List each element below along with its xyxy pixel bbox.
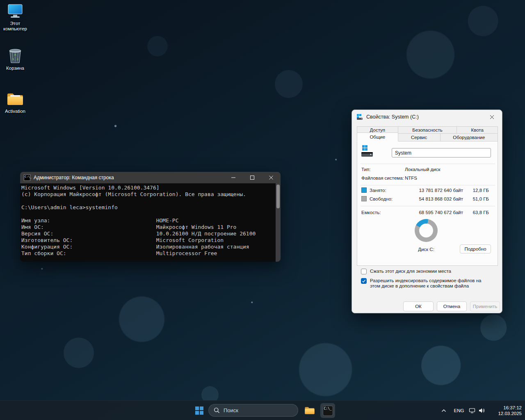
desktop-icon-label: Этот компьютер — [0, 21, 32, 32]
this-pc-icon — [7, 4, 23, 19]
tray-time: 16:37:12 — [503, 405, 522, 411]
filesystem-label: Файловая система: — [361, 176, 404, 180]
cmd-console[interactable]: Microsoft Windows [Version 10.0.26100.34… — [20, 183, 281, 262]
cmd-app-icon: C:\_ — [24, 174, 30, 181]
taskbar-terminal[interactable]: C:\_ — [320, 403, 335, 418]
cmd-output-line: Microsoft Windows [Version 10.0.26100.34… — [21, 185, 274, 191]
cmd-titlebar[interactable]: C:\_ Администратор: Командная строка — [20, 172, 281, 183]
disk-c-label: Диск C: — [410, 247, 443, 252]
minimize-icon — [231, 175, 236, 180]
free-bytes: 54 813 868 032 байт — [410, 196, 463, 201]
separator — [361, 164, 495, 164]
cmd-output-line — [21, 211, 274, 217]
tray-date: 12.03.2025 — [498, 411, 522, 416]
cmd-window: C:\_ Администратор: Командная строка Mic… — [20, 172, 281, 262]
capacity-gb: 63,8 ГБ — [467, 210, 489, 215]
close-icon — [490, 115, 494, 119]
desktop-icon-label: Корзина — [6, 66, 24, 71]
compress-checkbox-row[interactable]: Сжать этот диск для экономии места — [361, 269, 451, 274]
drive-properties-icon — [356, 114, 363, 120]
used-label: Занято: — [370, 188, 386, 193]
taskbar: C:\_ ENG 16:37:12 12.03.2025 — [0, 400, 525, 420]
details-button[interactable]: Подробно — [460, 244, 491, 253]
cmd-output: Microsoft Windows [Version 10.0.26100.34… — [21, 185, 274, 257]
index-checkbox-row[interactable]: Разрешить индексировать содержимое файло… — [361, 278, 492, 289]
windows-logo-icon — [195, 406, 203, 415]
capacity-label: Емкость: — [361, 210, 381, 215]
used-legend-swatch — [361, 187, 367, 193]
maximize-button[interactable] — [243, 172, 262, 183]
drive-icon — [361, 145, 374, 158]
tray-language[interactable]: ENG — [451, 401, 467, 420]
desktop-icon-activation[interactable]: Activation — [0, 92, 32, 114]
tray-show-hidden[interactable] — [439, 401, 449, 420]
dialog-close-button[interactable] — [485, 112, 499, 122]
file-explorer-icon — [304, 406, 315, 415]
separator — [361, 185, 495, 185]
tab-quota[interactable]: Квота — [457, 126, 498, 134]
desktop-icon-label: Activation — [5, 109, 25, 114]
cmd-output-line: Имя узла: HOME-PC — [21, 217, 274, 224]
cmd-window-title: Администратор: Командная строка — [34, 175, 114, 180]
capacity-bytes: 68 595 740 672 байт — [410, 210, 463, 215]
search-icon — [214, 407, 220, 413]
volume-label-input[interactable] — [392, 148, 491, 158]
dialog-title: Свойства: System (C:) — [366, 114, 419, 120]
free-gb: 51,0 ГБ — [467, 196, 489, 201]
tab-row-front: Общие Сервис Оборудование — [357, 133, 498, 142]
general-tab-page: Тип: Локальный диск Файловая система: NT… — [357, 141, 498, 266]
search-input[interactable] — [224, 407, 285, 413]
start-button[interactable] — [192, 403, 207, 418]
tab-security[interactable]: Безопасность — [398, 126, 457, 134]
cmd-output-line: Конфигурация ОС: Изолированная рабочая с… — [21, 244, 274, 250]
maximize-icon — [250, 175, 255, 180]
disk-usage-donut — [415, 219, 438, 242]
tab-hardware[interactable]: Оборудование — [440, 133, 498, 142]
type-label: Тип: — [361, 167, 370, 172]
cmd-output-line: Имя ОС: Майкрософт Windows 11 Pro — [21, 224, 274, 231]
tray-clock[interactable]: 16:37:12 12.03.2025 — [498, 401, 522, 420]
minimize-button[interactable] — [224, 172, 243, 183]
cmd-output-line — [21, 198, 274, 204]
close-button[interactable] — [262, 172, 281, 183]
cmd-scrollbar[interactable] — [276, 183, 281, 262]
tray-network[interactable] — [468, 401, 477, 420]
folder-icon — [7, 92, 24, 107]
index-checkbox[interactable] — [361, 278, 367, 284]
taskbar-search[interactable] — [208, 404, 298, 417]
close-icon — [269, 175, 274, 180]
cmd-output-line: Изготовитель ОС: Microsoft Corporation — [21, 237, 274, 244]
used-gb: 12,8 ГБ — [467, 188, 489, 193]
free-legend-swatch — [361, 196, 367, 201]
recycle-bin-icon — [8, 47, 23, 64]
used-bytes: 13 781 872 640 байт — [410, 188, 463, 193]
tab-general[interactable]: Общие — [357, 132, 398, 142]
ok-button[interactable]: ОК — [403, 301, 434, 311]
dialog-titlebar[interactable]: Свойства: System (C:) — [352, 110, 502, 124]
cancel-button[interactable]: Отмена — [437, 301, 467, 311]
desktop: Этот компьютер Корзина Activation C:\_ А… — [0, 0, 525, 420]
desktop-icon-recycle-bin[interactable]: Корзина — [0, 47, 32, 71]
tab-tools[interactable]: Сервис — [398, 133, 441, 142]
volume-icon — [478, 407, 485, 414]
terminal-icon: C:\_ — [323, 406, 333, 416]
cmd-output-line: (c) Корпорация Майкрософт (Microsoft Cor… — [21, 191, 274, 198]
network-icon — [469, 407, 475, 414]
cmd-output-line: C:\Users\admin leca>systeminfo — [21, 204, 274, 211]
filesystem-value: NTFS — [405, 176, 417, 180]
taskbar-file-explorer[interactable] — [302, 403, 317, 418]
desktop-icon-this-pc[interactable]: Этот компьютер — [0, 4, 32, 32]
index-checkbox-label: Разрешить индексировать содержимое файло… — [370, 278, 492, 289]
properties-dialog: Свойства: System (C:) Доступ Безопасност… — [352, 110, 502, 313]
cmd-scrollbar-thumb[interactable] — [276, 185, 280, 208]
check-icon — [362, 279, 366, 283]
type-value: Локальный диск — [405, 167, 440, 172]
tray-volume[interactable] — [477, 401, 486, 420]
free-label: Свободно: — [370, 196, 393, 201]
chevron-up-icon — [441, 409, 446, 412]
compress-checkbox-label: Сжать этот диск для экономии места — [370, 269, 451, 274]
cmd-output-line: Тип сборки ОС: Multiprocessor Free — [21, 250, 274, 257]
apply-button[interactable]: Применить — [470, 301, 500, 311]
separator — [361, 206, 495, 206]
compress-checkbox[interactable] — [361, 269, 367, 274]
